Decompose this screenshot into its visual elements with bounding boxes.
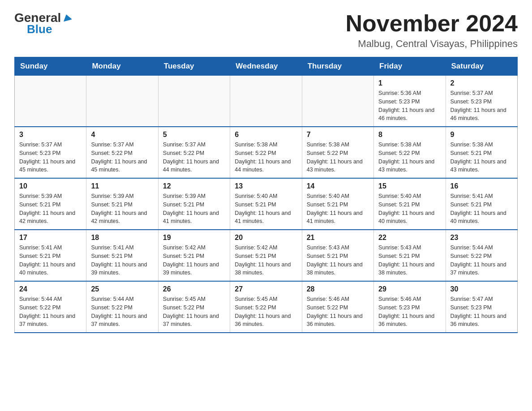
day-number: 21: [307, 234, 369, 242]
day-number: 13: [235, 182, 297, 190]
logo-blue-text: Blue: [27, 22, 52, 36]
day-info: Sunrise: 5:44 AMSunset: 5:22 PMDaylight:…: [19, 295, 82, 329]
day-info: Sunrise: 5:39 AMSunset: 5:21 PMDaylight:…: [163, 192, 225, 226]
day-info: Sunrise: 5:36 AMSunset: 5:23 PMDaylight:…: [378, 89, 441, 123]
day-number: 10: [19, 182, 82, 190]
day-number: 19: [163, 234, 225, 242]
day-info: Sunrise: 5:42 AMSunset: 5:21 PMDaylight:…: [235, 244, 297, 277]
calendar-cell-w5-d1: 24Sunrise: 5:44 AMSunset: 5:22 PMDayligh…: [15, 281, 86, 333]
header-monday: Monday: [86, 57, 158, 76]
calendar-cell-w3-d2: 11Sunrise: 5:39 AMSunset: 5:21 PMDayligh…: [86, 178, 158, 230]
week-row-4: 17Sunrise: 5:41 AMSunset: 5:21 PMDayligh…: [15, 230, 518, 281]
calendar-cell-w5-d3: 26Sunrise: 5:45 AMSunset: 5:22 PMDayligh…: [158, 281, 230, 333]
svg-marker-0: [63, 13, 72, 21]
day-info: Sunrise: 5:44 AMSunset: 5:22 PMDaylight:…: [450, 244, 513, 277]
calendar-cell-w1-d3: [158, 76, 230, 127]
day-info: Sunrise: 5:39 AMSunset: 5:21 PMDaylight:…: [19, 192, 82, 226]
calendar-cell-w2-d3: 5Sunrise: 5:37 AMSunset: 5:22 PMDaylight…: [158, 127, 230, 178]
header-thursday: Thursday: [302, 57, 373, 76]
day-number: 9: [450, 131, 513, 139]
calendar-cell-w4-d7: 23Sunrise: 5:44 AMSunset: 5:22 PMDayligh…: [446, 230, 517, 281]
day-info: Sunrise: 5:39 AMSunset: 5:21 PMDaylight:…: [91, 192, 153, 226]
day-info: Sunrise: 5:40 AMSunset: 5:21 PMDaylight:…: [235, 192, 297, 226]
calendar-cell-w5-d7: 30Sunrise: 5:47 AMSunset: 5:23 PMDayligh…: [446, 281, 517, 333]
calendar-cell-w1-d1: [15, 76, 86, 127]
day-info: Sunrise: 5:41 AMSunset: 5:21 PMDaylight:…: [450, 192, 513, 226]
day-info: Sunrise: 5:37 AMSunset: 5:22 PMDaylight:…: [91, 141, 153, 174]
calendar-cell-w3-d6: 15Sunrise: 5:40 AMSunset: 5:21 PMDayligh…: [374, 178, 446, 230]
day-number: 30: [450, 285, 513, 293]
calendar-cell-w4-d3: 19Sunrise: 5:42 AMSunset: 5:21 PMDayligh…: [158, 230, 230, 281]
calendar-subtitle: Malbug, Central Visayas, Philippines: [346, 38, 518, 50]
day-info: Sunrise: 5:45 AMSunset: 5:22 PMDaylight:…: [163, 295, 225, 329]
day-number: 3: [19, 131, 82, 139]
day-info: Sunrise: 5:45 AMSunset: 5:22 PMDaylight:…: [235, 295, 297, 329]
day-number: 11: [91, 182, 153, 190]
day-number: 7: [307, 131, 369, 139]
day-info: Sunrise: 5:46 AMSunset: 5:22 PMDaylight:…: [307, 295, 369, 329]
calendar-cell-w3-d5: 14Sunrise: 5:40 AMSunset: 5:21 PMDayligh…: [302, 178, 373, 230]
calendar-cell-w3-d7: 16Sunrise: 5:41 AMSunset: 5:21 PMDayligh…: [446, 178, 517, 230]
day-info: Sunrise: 5:37 AMSunset: 5:23 PMDaylight:…: [450, 89, 513, 123]
calendar-cell-w3-d1: 10Sunrise: 5:39 AMSunset: 5:21 PMDayligh…: [15, 178, 86, 230]
calendar-cell-w5-d5: 28Sunrise: 5:46 AMSunset: 5:22 PMDayligh…: [302, 281, 373, 333]
calendar-cell-w4-d1: 17Sunrise: 5:41 AMSunset: 5:21 PMDayligh…: [15, 230, 86, 281]
day-info: Sunrise: 5:40 AMSunset: 5:21 PMDaylight:…: [378, 192, 441, 226]
calendar-cell-w2-d2: 4Sunrise: 5:37 AMSunset: 5:22 PMDaylight…: [86, 127, 158, 178]
week-row-5: 24Sunrise: 5:44 AMSunset: 5:22 PMDayligh…: [15, 281, 518, 333]
day-number: 1: [378, 79, 441, 87]
header-wednesday: Wednesday: [230, 57, 302, 76]
day-number: 8: [378, 131, 441, 139]
day-number: 15: [378, 182, 441, 190]
calendar-title: November 2024: [346, 11, 518, 36]
day-info: Sunrise: 5:43 AMSunset: 5:21 PMDaylight:…: [378, 244, 441, 277]
day-info: Sunrise: 5:37 AMSunset: 5:22 PMDaylight:…: [163, 141, 225, 174]
day-number: 14: [307, 182, 369, 190]
day-info: Sunrise: 5:38 AMSunset: 5:21 PMDaylight:…: [450, 141, 513, 174]
day-info: Sunrise: 5:46 AMSunset: 5:23 PMDaylight:…: [378, 295, 441, 329]
day-info: Sunrise: 5:37 AMSunset: 5:23 PMDaylight:…: [19, 141, 82, 174]
week-row-3: 10Sunrise: 5:39 AMSunset: 5:21 PMDayligh…: [15, 178, 518, 230]
day-number: 22: [378, 234, 441, 242]
calendar-cell-w5-d6: 29Sunrise: 5:46 AMSunset: 5:23 PMDayligh…: [374, 281, 446, 333]
day-number: 23: [450, 234, 513, 242]
title-section: November 2024 Malbug, Central Visayas, P…: [346, 11, 518, 50]
logo: General Blue: [14, 11, 72, 36]
day-number: 12: [163, 182, 225, 190]
day-number: 5: [163, 131, 225, 139]
day-info: Sunrise: 5:43 AMSunset: 5:21 PMDaylight:…: [307, 244, 369, 277]
calendar-cell-w4-d2: 18Sunrise: 5:41 AMSunset: 5:21 PMDayligh…: [86, 230, 158, 281]
day-info: Sunrise: 5:38 AMSunset: 5:22 PMDaylight:…: [378, 141, 441, 174]
header-friday: Friday: [374, 57, 446, 76]
week-row-2: 3Sunrise: 5:37 AMSunset: 5:23 PMDaylight…: [15, 127, 518, 178]
day-number: 28: [307, 285, 369, 293]
day-number: 25: [91, 285, 153, 293]
day-number: 2: [450, 79, 513, 87]
calendar-cell-w2-d7: 9Sunrise: 5:38 AMSunset: 5:21 PMDaylight…: [446, 127, 517, 178]
calendar-cell-w3-d3: 12Sunrise: 5:39 AMSunset: 5:21 PMDayligh…: [158, 178, 230, 230]
calendar-cell-w4-d4: 20Sunrise: 5:42 AMSunset: 5:21 PMDayligh…: [230, 230, 302, 281]
calendar-cell-w1-d2: [86, 76, 158, 127]
day-info: Sunrise: 5:38 AMSunset: 5:22 PMDaylight:…: [307, 141, 369, 174]
header-saturday: Saturday: [446, 57, 517, 76]
calendar-cell-w5-d4: 27Sunrise: 5:45 AMSunset: 5:22 PMDayligh…: [230, 281, 302, 333]
header-tuesday: Tuesday: [158, 57, 230, 76]
calendar-cell-w1-d5: [302, 76, 373, 127]
day-info: Sunrise: 5:42 AMSunset: 5:21 PMDaylight:…: [163, 244, 225, 277]
day-number: 16: [450, 182, 513, 190]
day-number: 17: [19, 234, 82, 242]
day-number: 6: [235, 131, 297, 139]
calendar-cell-w2-d5: 7Sunrise: 5:38 AMSunset: 5:22 PMDaylight…: [302, 127, 373, 178]
week-row-1: 1Sunrise: 5:36 AMSunset: 5:23 PMDaylight…: [15, 76, 518, 127]
day-info: Sunrise: 5:40 AMSunset: 5:21 PMDaylight:…: [307, 192, 369, 226]
header-sunday: Sunday: [15, 57, 86, 76]
day-info: Sunrise: 5:38 AMSunset: 5:22 PMDaylight:…: [235, 141, 297, 174]
logo-triangle-icon: [63, 13, 72, 23]
calendar-table: Sunday Monday Tuesday Wednesday Thursday…: [14, 57, 518, 333]
day-info: Sunrise: 5:44 AMSunset: 5:22 PMDaylight:…: [91, 295, 153, 329]
calendar-cell-w2-d1: 3Sunrise: 5:37 AMSunset: 5:23 PMDaylight…: [15, 127, 86, 178]
calendar-cell-w4-d5: 21Sunrise: 5:43 AMSunset: 5:21 PMDayligh…: [302, 230, 373, 281]
day-number: 20: [235, 234, 297, 242]
day-info: Sunrise: 5:41 AMSunset: 5:21 PMDaylight:…: [19, 244, 82, 277]
calendar-cell-w1-d6: 1Sunrise: 5:36 AMSunset: 5:23 PMDaylight…: [374, 76, 446, 127]
